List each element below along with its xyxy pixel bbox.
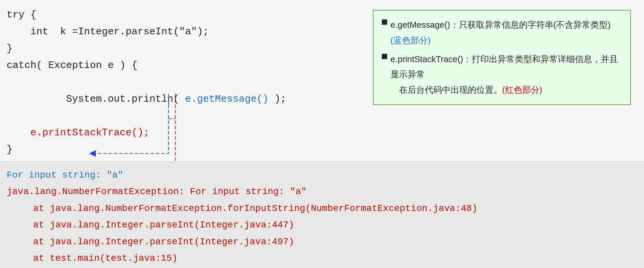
code-line-7: e.printStackTrace(); (7, 124, 637, 141)
output-blue-line: For input string: "a" (7, 167, 637, 184)
output-red-line-2: at java.lang.NumberFormatException.forIn… (7, 200, 637, 217)
bullet-1 (382, 19, 387, 25)
annotation-box: e.getMessage()：只获取异常信息的字符串(不含异常类型) (蓝色部分… (373, 10, 631, 105)
bottom-section: For input string: "a" java.lang.NumberFo… (0, 162, 644, 268)
output-red-line-3: at java.lang.Integer.parseInt(Integer.ja… (7, 217, 637, 233)
output-red-line-5: at test.main(test.java:15) (7, 250, 637, 267)
code-line-8: } (7, 141, 637, 158)
annotation-text-1: e.getMessage()：只获取异常信息的字符串(不含异常类型) (蓝色部分… (390, 17, 622, 48)
output-red-line-1: java.lang.NumberFormatException: For inp… (7, 184, 637, 200)
annotation-text-2: e.printStackTrace()：打印出异常类型和异常详细信息，并且显示异… (390, 51, 622, 98)
output-red-line-4: at java.lang.Integer.parseInt(Integer.ja… (7, 234, 637, 250)
top-section: try { int k =Integer.parseInt("a"); } ca… (0, 0, 644, 162)
annotation-item-1: e.getMessage()：只获取异常信息的字符串(不含异常类型) (蓝色部分… (382, 17, 622, 48)
annotation-item-2: e.printStackTrace()：打印出异常类型和异常详细信息，并且显示异… (382, 51, 622, 98)
bullet-2 (382, 54, 387, 59)
